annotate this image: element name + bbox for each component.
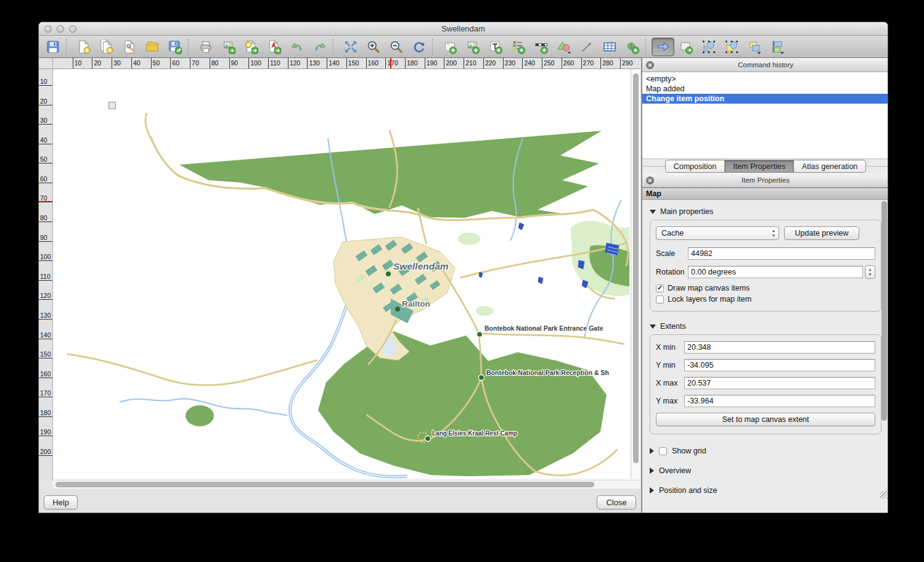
- ruler-tick-label: 70: [40, 194, 47, 202]
- map-label-camp: Lang Elsies Kraal Rest Camp: [432, 430, 517, 437]
- ruler-tick-label: 90: [40, 234, 47, 241]
- tab-atlas-generation[interactable]: Atlas generation: [794, 160, 866, 173]
- add-html-frame-button[interactable]: [621, 38, 644, 56]
- new-composition-button[interactable]: [72, 38, 95, 56]
- add-label-button[interactable]: [484, 38, 507, 56]
- zoom-full-button[interactable]: [339, 38, 362, 56]
- add-scalebar-button[interactable]: [529, 38, 552, 56]
- add-map-button[interactable]: [438, 38, 461, 56]
- close-window-icon[interactable]: [44, 25, 52, 33]
- command-history-list[interactable]: <empty> Map added Change item position: [642, 72, 888, 159]
- minimize-window-icon[interactable]: [57, 25, 64, 33]
- scale-input[interactable]: 44982: [688, 247, 875, 260]
- toolbar-separator: [333, 39, 337, 55]
- collapse-triangle-icon[interactable]: [650, 210, 656, 214]
- save-project-button[interactable]: [41, 38, 64, 56]
- ymin-input[interactable]: -34.095: [684, 359, 875, 371]
- composition-manager-button[interactable]: [118, 38, 141, 56]
- ymax-input[interactable]: -33.964: [684, 395, 875, 407]
- main-properties-group: Cache ▲▼ Update preview Scale 44982 Rota…: [650, 220, 881, 312]
- save-as-template-button[interactable]: [163, 38, 186, 56]
- history-item[interactable]: Map added: [642, 84, 888, 94]
- ruler-tick: [307, 58, 308, 69]
- raise-items-button[interactable]: [743, 38, 766, 56]
- undo-button[interactable]: [285, 38, 308, 56]
- export-image-button[interactable]: [217, 38, 240, 56]
- ruler-tick-label: 260: [563, 59, 574, 67]
- rotation-spinner[interactable]: ▲▼: [865, 265, 875, 279]
- ruler-tick: [190, 58, 190, 69]
- section-show-grid[interactable]: ✓ Show grid: [650, 445, 881, 457]
- section-position-and-size[interactable]: Position and size: [650, 485, 881, 496]
- map-label-suburb: Railton: [402, 299, 430, 308]
- redo-button[interactable]: [308, 38, 331, 56]
- close-panel-icon[interactable]: ✕: [646, 176, 654, 184]
- panel-tabs: Composition Item Properties Atlas genera…: [642, 159, 888, 173]
- collapse-triangle-icon[interactable]: [650, 487, 654, 494]
- lock-layers-checkbox[interactable]: ✓: [656, 295, 664, 304]
- small-composer-item[interactable]: [108, 102, 116, 109]
- section-main-properties[interactable]: Main properties: [650, 207, 881, 216]
- export-pdf-button[interactable]: [263, 38, 285, 56]
- help-button[interactable]: Help: [44, 495, 78, 510]
- zoom-out-button[interactable]: [385, 38, 407, 56]
- add-image-button[interactable]: [461, 38, 484, 56]
- canvas-horizontal-scrollbar[interactable]: [53, 480, 640, 489]
- zoom-window-icon[interactable]: [69, 25, 76, 33]
- collapse-triangle-icon[interactable]: [650, 448, 654, 454]
- history-item[interactable]: <empty>: [642, 74, 888, 84]
- ruler-tick-label: 50: [40, 155, 47, 163]
- scrollbar-thumb[interactable]: [633, 73, 639, 463]
- resize-grip[interactable]: [880, 491, 888, 499]
- tab-item-properties[interactable]: Item Properties: [725, 160, 794, 173]
- collapse-triangle-icon[interactable]: [650, 324, 656, 329]
- map-light-green-patch: [458, 233, 480, 245]
- add-arrow-button[interactable]: [575, 38, 598, 56]
- section-extents[interactable]: Extents: [650, 322, 881, 331]
- composition-canvas[interactable]: Swellendam Railton Bontebok National Par…: [53, 69, 640, 480]
- ruler-tick-label: 280: [602, 59, 613, 67]
- draw-map-canvas-items-checkbox[interactable]: ✓: [656, 284, 664, 292]
- refresh-view-button[interactable]: [407, 38, 430, 56]
- history-item[interactable]: Change item position: [642, 94, 888, 104]
- show-grid-checkbox[interactable]: ✓: [659, 447, 667, 455]
- ruler-tick: [131, 58, 132, 69]
- select-move-item-button[interactable]: [652, 38, 674, 56]
- ungroup-items-button[interactable]: [720, 38, 743, 56]
- ymax-label: Y max: [656, 397, 684, 405]
- export-svg-button[interactable]: [240, 38, 263, 56]
- collapse-triangle-icon[interactable]: [650, 468, 654, 474]
- group-items-button[interactable]: [697, 38, 720, 56]
- print-button[interactable]: [194, 38, 217, 56]
- ruler-tick: [39, 260, 53, 261]
- ruler-tick: [444, 58, 444, 69]
- composition-page[interactable]: Swellendam Railton Bontebok National Par…: [53, 69, 629, 479]
- tab-composition[interactable]: Composition: [665, 160, 725, 173]
- add-attribute-table-button[interactable]: [598, 38, 621, 56]
- load-from-template-button[interactable]: [141, 38, 163, 56]
- set-to-map-canvas-extent-button[interactable]: Set to map canvas extent: [656, 413, 875, 426]
- close-button[interactable]: Close: [597, 495, 636, 510]
- move-item-content-button[interactable]: [674, 38, 697, 56]
- duplicate-composition-button[interactable]: [95, 38, 118, 56]
- add-legend-button[interactable]: [507, 38, 529, 56]
- toolbar: [39, 36, 888, 58]
- update-preview-button[interactable]: Update preview: [784, 226, 859, 240]
- map-mode-select[interactable]: Cache ▲▼: [656, 226, 779, 240]
- section-overview[interactable]: Overview: [650, 465, 881, 476]
- rotation-label: Rotation: [656, 268, 688, 276]
- add-shape-button[interactable]: [552, 38, 575, 56]
- ruler-tick-label: 290: [622, 59, 633, 67]
- close-panel-icon[interactable]: ✕: [646, 61, 654, 69]
- ruler-tick-label: 40: [40, 136, 47, 144]
- canvas-vertical-scrollbar[interactable]: [631, 69, 640, 479]
- zoom-in-button[interactable]: [362, 38, 385, 56]
- ruler-tick-label: 60: [172, 59, 179, 67]
- align-items-button[interactable]: [766, 38, 788, 56]
- xmax-input[interactable]: 20.537: [684, 377, 875, 389]
- composition-map-item[interactable]: Swellendam Railton Bontebok National Par…: [53, 69, 629, 479]
- xmin-input[interactable]: 20.348: [684, 341, 875, 353]
- panel-scrollbar-thumb[interactable]: [881, 201, 887, 421]
- rotation-input[interactable]: 0.00 degrees: [688, 266, 863, 278]
- scrollbar-thumb[interactable]: [55, 482, 594, 487]
